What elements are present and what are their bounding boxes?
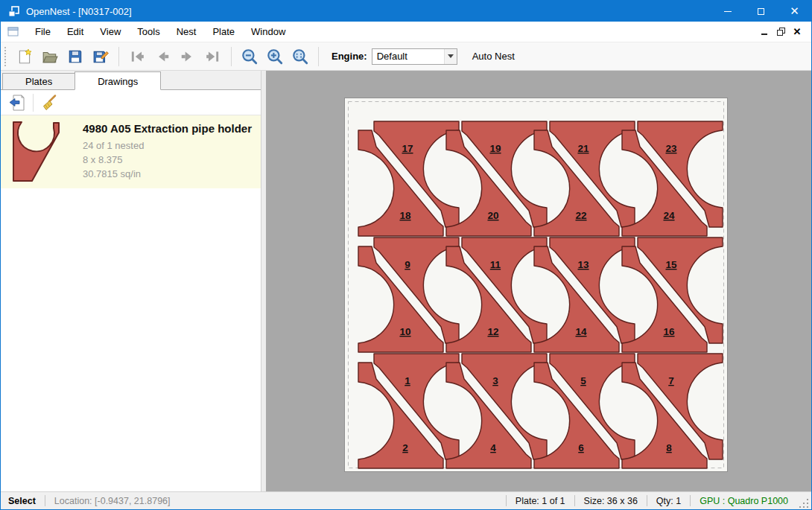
- engine-value: Default: [372, 51, 444, 62]
- part-label-3: 3: [492, 375, 498, 386]
- drawing-list-item[interactable]: 4980 A05 Extraction pipe holder 24 of 1 …: [1, 115, 261, 188]
- clean-button[interactable]: [37, 92, 61, 113]
- zoom-out-icon: [241, 48, 258, 66]
- part-label-11: 11: [490, 259, 501, 270]
- status-mode: Select: [1, 496, 45, 506]
- title-bar: OpenNest - [N0317-002] ✕: [1, 1, 811, 22]
- auto-nest-button[interactable]: Auto Nest: [468, 48, 519, 65]
- engine-select[interactable]: Default: [372, 48, 457, 65]
- part-label-17: 17: [402, 143, 413, 154]
- open-icon: [42, 48, 58, 65]
- part-label-10: 10: [399, 326, 410, 337]
- menu-item-nest[interactable]: Nest: [168, 23, 205, 40]
- part-label-19: 19: [489, 143, 501, 154]
- menu-item-plate[interactable]: Plate: [204, 23, 243, 40]
- part-label-4: 4: [490, 442, 496, 453]
- menu-item-edit[interactable]: Edit: [59, 23, 92, 40]
- status-location: Location: [-0.9437, 21.8796]: [45, 496, 180, 506]
- main-toolbar: Engine: Default Auto Nest: [1, 42, 811, 71]
- document-window-icon[interactable]: [7, 26, 19, 37]
- zoom-in-icon: [266, 48, 284, 66]
- menu-bar: FileEditViewToolsNestPlateWindow ✕: [1, 22, 811, 42]
- minimize-button[interactable]: [711, 1, 744, 22]
- save-button[interactable]: [63, 45, 88, 68]
- maximize-icon: [758, 8, 764, 15]
- next-plate-icon: [180, 48, 196, 65]
- close-icon: ✕: [790, 4, 799, 18]
- minimize-icon: [724, 11, 732, 12]
- chevron-down-icon: [448, 54, 454, 58]
- part-label-23: 23: [665, 143, 677, 154]
- menu-item-view[interactable]: View: [92, 23, 129, 40]
- zoom-out-button[interactable]: [237, 45, 262, 68]
- previous-plate-icon: [154, 48, 171, 65]
- menu-item-window[interactable]: Window: [243, 23, 294, 40]
- app-icon: [7, 5, 20, 18]
- clean-broom-icon: [40, 94, 58, 112]
- save-as-icon: [92, 48, 109, 65]
- previous-plate-button[interactable]: [150, 45, 175, 68]
- sidebar: Plates Drawings: [1, 71, 261, 491]
- toolbar-separator: [118, 47, 119, 66]
- mdi-minimize-icon: [761, 34, 767, 35]
- import-drawing-icon: [8, 94, 26, 112]
- combo-dropdown[interactable]: [444, 49, 457, 64]
- main-area: Plates Drawings: [1, 71, 811, 491]
- toolbar-grip[interactable]: [4, 47, 8, 66]
- drawing-area: 30.7815 sq/in: [83, 167, 252, 181]
- import-drawing-button[interactable]: [5, 92, 29, 113]
- part-label-18: 18: [399, 210, 411, 221]
- part-label-6: 6: [578, 442, 584, 453]
- part-label-9: 9: [405, 259, 410, 270]
- app-window: OpenNest - [N0317-002] ✕ FileEditViewToo…: [0, 0, 812, 510]
- close-button[interactable]: ✕: [778, 1, 811, 22]
- drawing-list: 4980 A05 Extraction pipe holder 24 of 1 …: [1, 115, 261, 491]
- new-icon: [16, 48, 33, 65]
- mdi-restore-icon: [777, 28, 785, 36]
- mdi-restore-button[interactable]: [773, 25, 789, 39]
- plate-svg: 171819202122232491011121314151612345678: [344, 98, 728, 472]
- tab-strip: Plates Drawings: [1, 71, 261, 90]
- save-as-button[interactable]: [88, 45, 113, 68]
- zoom-fit-button[interactable]: [288, 45, 313, 68]
- part-thumbnail: [12, 121, 70, 183]
- part-label-2: 2: [402, 442, 408, 453]
- tab-drawings[interactable]: Drawings: [74, 71, 161, 90]
- drawing-dimensions: 8 x 8.375: [83, 153, 252, 167]
- tab-plates[interactable]: Plates: [2, 73, 75, 89]
- part-label-13: 13: [577, 259, 589, 270]
- drawing-nested-count: 24 of 1 nested: [83, 138, 252, 153]
- mdi-window-controls: ✕: [756, 25, 811, 39]
- maximize-button[interactable]: [744, 1, 778, 22]
- zoom-in-button[interactable]: [262, 45, 288, 68]
- next-plate-button[interactable]: [175, 45, 200, 68]
- mdi-close-icon: ✕: [793, 26, 802, 37]
- status-qty: Qty: 1: [647, 496, 690, 506]
- new-button[interactable]: [12, 45, 37, 68]
- window-title: OpenNest - [N0317-002]: [26, 6, 132, 17]
- nest-canvas[interactable]: 171819202122232491011121314151612345678: [266, 71, 811, 491]
- part-label-24: 24: [663, 210, 675, 221]
- open-button[interactable]: [37, 45, 63, 68]
- status-size: Size: 36 x 36: [575, 496, 647, 506]
- part-label-20: 20: [487, 210, 498, 221]
- zoom-fit-icon: [291, 48, 309, 66]
- last-plate-button[interactable]: [200, 45, 226, 68]
- mdi-close-button[interactable]: ✕: [789, 25, 805, 39]
- menu-items: FileEditViewToolsNestPlateWindow: [27, 23, 294, 40]
- menu-item-file[interactable]: File: [27, 23, 59, 40]
- part-label-14: 14: [575, 326, 587, 337]
- part-label-21: 21: [577, 143, 589, 154]
- menu-item-tools[interactable]: Tools: [129, 23, 168, 40]
- part-label-1: 1: [405, 375, 410, 386]
- toolbar-separator: [318, 47, 319, 66]
- mdi-minimize-button[interactable]: [756, 25, 773, 39]
- first-plate-button[interactable]: [124, 45, 150, 68]
- toolbar-separator: [231, 47, 232, 66]
- first-plate-icon: [129, 48, 145, 65]
- status-gpu: GPU : Quadro P1000: [691, 496, 797, 506]
- part-label-22: 22: [575, 210, 586, 221]
- save-icon: [67, 48, 83, 65]
- status-plate: Plate: 1 of 1: [507, 496, 574, 506]
- resize-grip[interactable]: [799, 498, 809, 509]
